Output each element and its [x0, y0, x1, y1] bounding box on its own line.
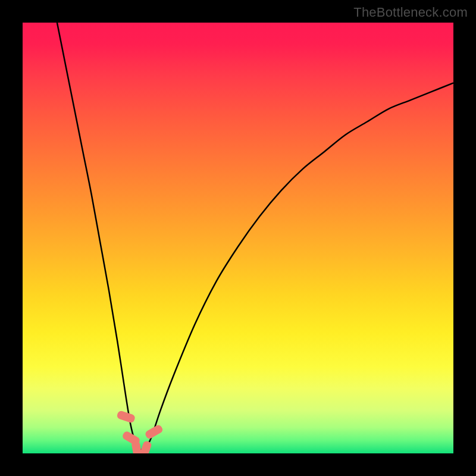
chart-svg — [23, 23, 453, 453]
outer-frame: TheBottleneck.com — [0, 0, 476, 476]
bottleneck-curve — [57, 23, 453, 450]
plot-area — [23, 23, 453, 453]
curve-marker — [139, 440, 152, 453]
watermark-text: TheBottleneck.com — [353, 5, 468, 20]
curve-marker — [144, 424, 164, 440]
curve-markers — [116, 410, 164, 453]
curve-marker — [116, 410, 136, 424]
